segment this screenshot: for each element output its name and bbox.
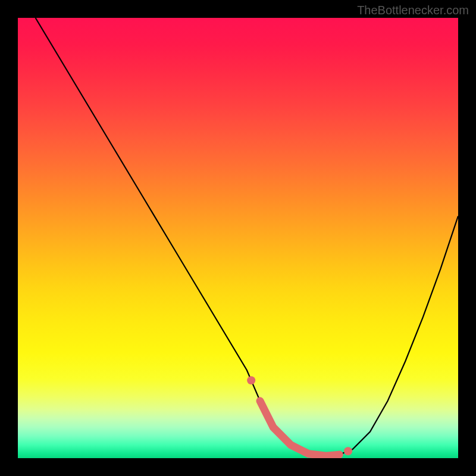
- chart-plot-area: [18, 18, 458, 458]
- highlight-region-stroke: [260, 401, 339, 456]
- chart-svg: [18, 18, 458, 458]
- bottleneck-curve-line: [36, 18, 458, 456]
- attribution-text: TheBottlenecker.com: [357, 4, 469, 17]
- highlight-dot-right: [344, 447, 352, 455]
- highlight-dot-left: [247, 376, 255, 384]
